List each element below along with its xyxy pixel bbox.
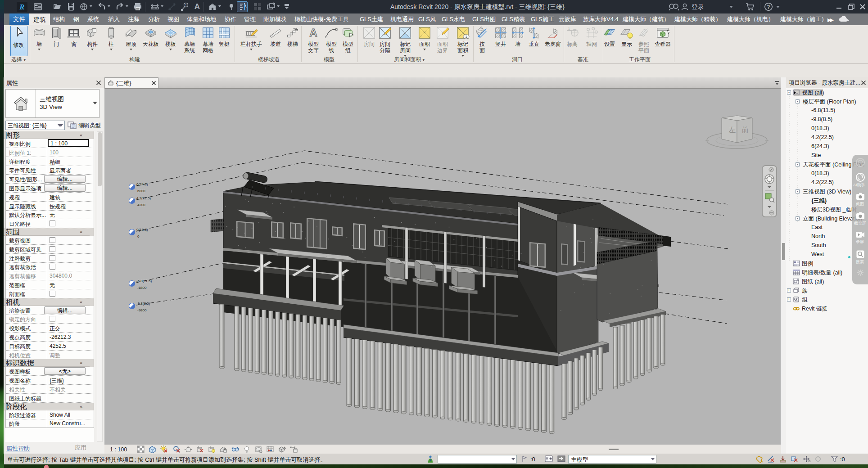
svg-text:-9800: -9800 [137, 308, 147, 312]
svg-text:-1: -1 [567, 27, 570, 30]
svg-text:4200: 4200 [137, 203, 145, 207]
svg-text:-9.8(8.5): -9.8(8.5) [136, 302, 150, 306]
svg-text:左: 左 [728, 126, 736, 134]
svg-text:A: A [309, 27, 317, 39]
svg-text:6000: 6000 [137, 189, 145, 193]
svg-text:6(24.3): 6(24.3) [136, 182, 148, 186]
svg-text:R: R [19, 3, 24, 11]
svg-text:1: 1 [185, 3, 187, 7]
svg-text:1: 1 [465, 35, 467, 39]
svg-text:-6.8(11.5): -6.8(11.5) [136, 279, 152, 283]
svg-text:?: ? [767, 4, 770, 10]
svg-text:前: 前 [741, 126, 749, 134]
svg-text:-6800: -6800 [137, 286, 147, 290]
svg-text:0: 0 [137, 234, 140, 238]
svg-text:4.2(22.5): 4.2(22.5) [136, 196, 151, 200]
svg-text:0(18.3): 0(18.3) [136, 228, 148, 232]
